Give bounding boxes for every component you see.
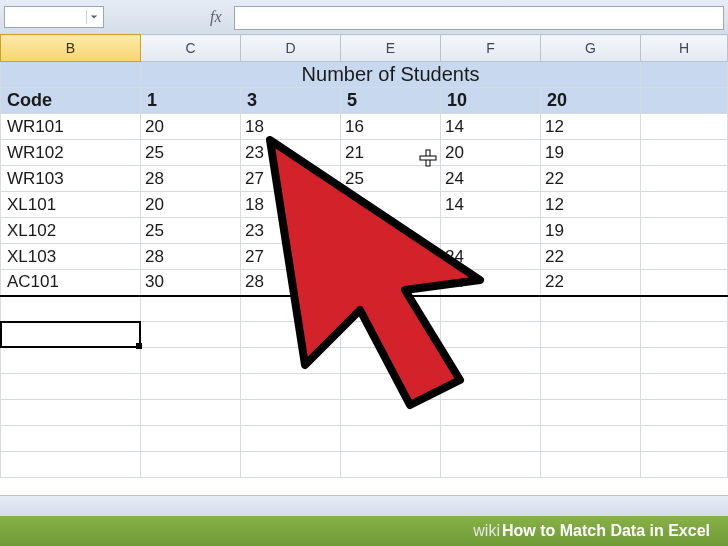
cell[interactable]: 24 — [441, 166, 541, 192]
cell[interactable] — [441, 296, 541, 322]
cell[interactable] — [341, 270, 441, 296]
cell[interactable] — [241, 374, 341, 400]
header-cell[interactable]: Code — [1, 88, 141, 114]
cell[interactable]: 12 — [541, 114, 641, 140]
cell[interactable]: XL103 — [1, 244, 141, 270]
cell[interactable]: WR102 — [1, 140, 141, 166]
cell[interactable] — [641, 348, 728, 374]
cell[interactable] — [241, 452, 341, 478]
cell[interactable] — [441, 322, 541, 348]
column-header[interactable]: D — [241, 35, 341, 62]
cell[interactable] — [1, 374, 141, 400]
cell[interactable]: 18 — [241, 114, 341, 140]
cell[interactable] — [241, 400, 341, 426]
cell[interactable] — [1, 322, 141, 348]
cell[interactable]: 21 — [341, 140, 441, 166]
cell[interactable] — [441, 348, 541, 374]
column-header[interactable]: G — [541, 35, 641, 62]
cell[interactable] — [641, 400, 728, 426]
cell[interactable] — [1, 348, 141, 374]
cell[interactable] — [1, 452, 141, 478]
cell[interactable] — [541, 426, 641, 452]
name-box[interactable] — [4, 6, 104, 28]
cell[interactable]: 20 — [141, 114, 241, 140]
cell[interactable] — [641, 192, 728, 218]
cell[interactable] — [341, 348, 441, 374]
cell[interactable] — [141, 322, 241, 348]
cell[interactable] — [341, 426, 441, 452]
cell[interactable] — [341, 296, 441, 322]
cell[interactable]: 20 — [441, 140, 541, 166]
cell[interactable] — [641, 114, 728, 140]
worksheet[interactable]: BCDEFGH Number of Students Code1351020 W… — [0, 34, 728, 516]
cell[interactable] — [641, 322, 728, 348]
title-cell[interactable]: Number of Students — [141, 62, 641, 88]
cell[interactable]: 23 — [241, 140, 341, 166]
cell[interactable]: 19 — [541, 218, 641, 244]
cell[interactable] — [641, 166, 728, 192]
cell[interactable] — [341, 400, 441, 426]
header-cell[interactable]: 3 — [241, 88, 341, 114]
header-cell[interactable]: 10 — [441, 88, 541, 114]
cell[interactable]: 18 — [241, 192, 341, 218]
cell[interactable]: 19 — [541, 140, 641, 166]
cell[interactable]: 28 — [241, 270, 341, 296]
cell[interactable] — [641, 270, 728, 296]
cell[interactable]: 16 — [341, 114, 441, 140]
cell[interactable]: 24 — [441, 244, 541, 270]
cell[interactable]: 25 — [141, 140, 241, 166]
cell[interactable] — [241, 426, 341, 452]
cell[interactable] — [441, 452, 541, 478]
cell[interactable]: 20 — [141, 192, 241, 218]
header-cell[interactable]: 20 — [541, 88, 641, 114]
grid[interactable]: BCDEFGH Number of Students Code1351020 W… — [0, 34, 728, 478]
cell[interactable] — [341, 374, 441, 400]
cell[interactable] — [141, 452, 241, 478]
cell[interactable] — [1, 426, 141, 452]
header-cell[interactable] — [641, 88, 728, 114]
cell[interactable] — [141, 400, 241, 426]
cell[interactable] — [441, 374, 541, 400]
header-cell[interactable]: 5 — [341, 88, 441, 114]
cell[interactable]: WR101 — [1, 114, 141, 140]
cell[interactable]: 27 — [241, 244, 341, 270]
cell[interactable] — [541, 374, 641, 400]
cell[interactable]: 22 — [541, 270, 641, 296]
cell[interactable] — [141, 426, 241, 452]
cell[interactable]: 14 — [441, 114, 541, 140]
cell[interactable]: 23 — [241, 218, 341, 244]
cell[interactable] — [141, 374, 241, 400]
cell[interactable]: 30 — [141, 270, 241, 296]
column-header[interactable]: E — [341, 35, 441, 62]
cell[interactable] — [341, 244, 441, 270]
cell[interactable] — [541, 452, 641, 478]
cell[interactable] — [641, 218, 728, 244]
header-cell[interactable]: 1 — [141, 88, 241, 114]
cell[interactable]: XL101 — [1, 192, 141, 218]
cell[interactable]: 22 — [541, 244, 641, 270]
cell[interactable] — [1, 296, 141, 322]
cell[interactable] — [641, 62, 728, 88]
cell[interactable] — [241, 296, 341, 322]
fx-label[interactable]: fx — [210, 8, 222, 26]
cell[interactable]: 14 — [441, 192, 541, 218]
cell[interactable]: 22 — [541, 166, 641, 192]
cell[interactable] — [641, 140, 728, 166]
cell[interactable]: 25 — [141, 218, 241, 244]
cell[interactable] — [641, 296, 728, 322]
title-cell-blank[interactable] — [1, 62, 141, 88]
cell[interactable]: 25 — [341, 166, 441, 192]
cell[interactable]: AC101 — [1, 270, 141, 296]
cell[interactable]: WR103 — [1, 166, 141, 192]
column-header[interactable]: B — [1, 35, 141, 62]
cell[interactable] — [441, 426, 541, 452]
cell[interactable]: 28 — [141, 166, 241, 192]
cell[interactable] — [341, 322, 441, 348]
cell[interactable] — [641, 426, 728, 452]
cell[interactable] — [1, 400, 141, 426]
cell[interactable] — [141, 348, 241, 374]
column-header[interactable]: F — [441, 35, 541, 62]
cell[interactable] — [341, 218, 441, 244]
cell[interactable] — [241, 348, 341, 374]
cell[interactable]: XL102 — [1, 218, 141, 244]
